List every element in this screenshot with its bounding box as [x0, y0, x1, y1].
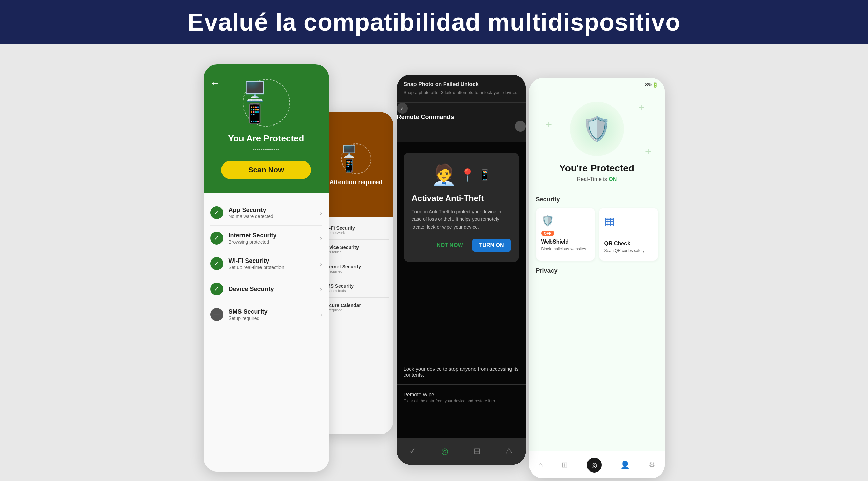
- phone1-header: ← 🖥️📱 You Are Protected •••••••••••••• S…: [204, 64, 329, 193]
- person-icon: 🧑‍💼: [431, 163, 457, 187]
- ph3-snap-photo-item: Snap Photo on Failed Unlock Snap a photo…: [397, 75, 526, 103]
- ph2-item-sms[interactable]: SMS Security er spam texts: [324, 278, 389, 298]
- webshield-sub: Block malicious websites: [541, 246, 590, 252]
- wifi-security-subtitle: Set up real-time protection: [229, 265, 314, 270]
- qr-spacer: [604, 231, 653, 238]
- ph3-remote-wipe-sub: Clear all the data from your device and …: [404, 399, 519, 403]
- ph4-privacy-section-title: Privacy: [536, 267, 658, 274]
- sms-security-text: SMS Security Setup required: [229, 308, 314, 321]
- internet-security-title: Internet Security: [229, 232, 314, 239]
- security-item-sms[interactable]: SMS Security Setup required ›: [210, 302, 322, 327]
- ph3-lock-title: Lock your device to stop anyone from acc…: [404, 366, 519, 378]
- checkmark-icon: [214, 260, 219, 267]
- ph3-toggle-icon[interactable]: [515, 121, 526, 132]
- scan-now-button[interactable]: Scan Now: [221, 161, 311, 179]
- ph3-bottom-content: Lock your device to stop anyone from acc…: [397, 359, 526, 410]
- sms-security-minus-icon: [210, 308, 223, 321]
- ph2-item-internet[interactable]: Internet Security up required: [324, 259, 389, 278]
- qr-check-sub: Scan QR codes safely: [604, 248, 653, 254]
- ph2-internet-title: Internet Security: [324, 264, 389, 269]
- back-arrow-icon[interactable]: ←: [210, 78, 220, 89]
- ph3-snap-photo-title: Snap Photo on Failed Unlock: [404, 81, 519, 88]
- plus-decoration-2: +: [546, 119, 552, 130]
- internet-security-check-icon: [210, 232, 223, 245]
- banner-title: Evalué la compatibilidad multidispositiv…: [188, 8, 680, 36]
- ph3-bottom-nav: ✓ ◎ ⊞ ⚠: [397, 438, 526, 465]
- antitheft-dialog-overlay: 🧑‍💼 📍 📱 Activate Anti-Theft Turn on Anti…: [397, 142, 526, 465]
- dialog-title: Activate Anti-Theft: [412, 194, 511, 203]
- realtime-on-label: ON: [609, 176, 617, 182]
- qr-check-card[interactable]: ▦ QR Check Scan QR codes safely: [599, 208, 658, 261]
- ph2-wifi-title: Wi-Fi Security: [324, 225, 389, 231]
- phone1-frame: ← 🖥️📱 You Are Protected •••••••••••••• S…: [204, 64, 329, 472]
- phone2-content: 🖥️📱 Attention required Wi-Fi Security cu…: [319, 112, 393, 434]
- app-security-title: App Security: [229, 207, 314, 214]
- app-security-subtitle: No malware detected: [229, 214, 314, 219]
- internet-security-subtitle: Browsing protected: [229, 239, 314, 245]
- shield-check-icon: 🛡️: [582, 115, 612, 143]
- device-security-check-icon: [210, 283, 223, 295]
- shield-devices-icon: 🖥️📱: [243, 81, 289, 125]
- ph2-item-wifi[interactable]: Wi-Fi Security cure network: [324, 220, 389, 240]
- ph2-item-calendar[interactable]: Secure Calendar up required: [324, 298, 389, 317]
- sms-security-title: SMS Security: [229, 308, 314, 315]
- realtime-prefix: Real-Time is: [577, 176, 609, 182]
- plus-decoration-3: +: [645, 146, 651, 157]
- minus-icon: [214, 311, 220, 318]
- checkmark-icon: [214, 285, 219, 293]
- ph3-nav-target-icon[interactable]: ◎: [441, 446, 448, 456]
- ph2-item-device[interactable]: Device Security risks found: [324, 240, 389, 259]
- dialog-body: Turn on Anti-Theft to protect your devic…: [412, 208, 511, 231]
- ph4-nav-home[interactable]: ⌂: [538, 461, 543, 469]
- plus-decoration-1: +: [638, 102, 644, 113]
- device-security-title: Device Security: [229, 286, 314, 293]
- phone3-content: Snap Photo on Failed Unlock Snap a photo…: [397, 75, 526, 465]
- not-now-button[interactable]: NOT NOW: [431, 239, 468, 252]
- ph4-bottom-nav: ⌂ ⊞ ◎ 👤 ⚙: [529, 451, 665, 478]
- app-security-chevron-icon: ›: [320, 209, 322, 217]
- ph4-nav-apps[interactable]: ⊞: [562, 461, 568, 469]
- wifi-security-title: Wi-Fi Security: [229, 257, 314, 265]
- phone2-list: Wi-Fi Security cure network Device Secur…: [319, 217, 393, 434]
- wifi-security-text: Wi-Fi Security Set up real-time protecti…: [229, 257, 314, 270]
- phone4-status-bar: 8%🔋: [529, 78, 665, 92]
- phone2-shield-icon: 🖥️📱: [341, 143, 371, 174]
- phone1-protected-title: You Are Protected: [228, 133, 304, 144]
- ph2-device-sub: risks found: [324, 250, 389, 254]
- sms-security-chevron-icon: ›: [320, 311, 322, 319]
- ph3-nav-shield-icon[interactable]: ✓: [409, 446, 416, 456]
- wifi-security-chevron-icon: ›: [320, 260, 322, 268]
- ph3-remote-wipe-item[interactable]: Remote Wipe Clear all the data from your…: [397, 385, 526, 410]
- phone2-frame: 🖥️📱 Attention required Wi-Fi Security cu…: [319, 112, 393, 434]
- attention-title: Attention required: [326, 179, 386, 186]
- phone4-frame: 8%🔋 + + + 🛡️ You're Protected Real-Time …: [529, 78, 665, 478]
- checkmark-icon: [214, 234, 219, 242]
- turn-on-button[interactable]: TURN ON: [472, 239, 511, 252]
- dialog-buttons: NOT NOW TURN ON: [412, 239, 511, 252]
- ph3-nav-warning-icon[interactable]: ⚠: [505, 446, 513, 456]
- qr-check-title: QR Check: [604, 240, 653, 247]
- ph4-nav-profile[interactable]: 👤: [620, 461, 630, 469]
- webshield-card[interactable]: 🛡️ OFF WebShield Block malicious website…: [536, 208, 595, 261]
- phone1-list: App Security No malware detected › Inter…: [204, 193, 329, 472]
- ph4-sections: Security 🛡️ OFF WebShield Block maliciou…: [529, 189, 665, 451]
- ph3-remote-commands-title: Remote Commands: [397, 114, 454, 120]
- phone3-frame: Snap Photo on Failed Unlock Snap a photo…: [397, 75, 526, 465]
- security-item-device[interactable]: Device Security ›: [210, 276, 322, 302]
- ph3-nav-grid-icon[interactable]: ⊞: [474, 446, 480, 456]
- phone-green-icon: 📱: [479, 169, 491, 181]
- ph4-cards: 🛡️ OFF WebShield Block malicious website…: [536, 208, 658, 261]
- security-item-internet[interactable]: Internet Security Browsing protected ›: [210, 226, 322, 251]
- webshield-icon: 🛡️: [541, 215, 590, 227]
- ph2-calendar-sub: up required: [324, 308, 389, 312]
- wifi-security-check-icon: [210, 257, 223, 270]
- apps-nav-icon: ⊞: [562, 461, 568, 469]
- security-item-app[interactable]: App Security No malware detected ›: [210, 200, 322, 226]
- security-item-wifi[interactable]: Wi-Fi Security Set up real-time protecti…: [210, 251, 322, 276]
- ph4-nav-settings[interactable]: ⚙: [649, 461, 655, 469]
- device-security-text: Device Security: [229, 286, 314, 293]
- qr-check-icon: ▦: [604, 215, 653, 228]
- phone4-hero: + + + 🛡️ You're Protected Real-Time is O…: [529, 92, 665, 189]
- ph3-remote-wipe-title: Remote Wipe: [404, 391, 519, 397]
- ph4-nav-scan-active[interactable]: ◎: [587, 458, 602, 473]
